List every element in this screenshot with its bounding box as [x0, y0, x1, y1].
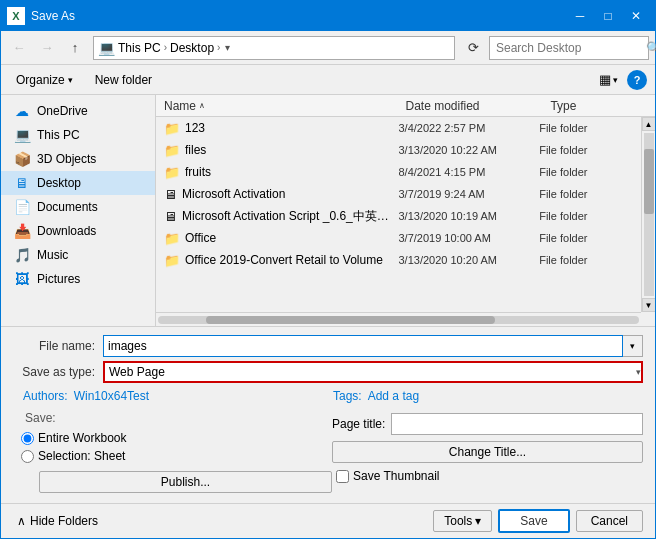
page-title-row: Page title:: [332, 413, 643, 435]
excel-icon: X: [7, 7, 25, 25]
file-list: 📁123 3/4/2022 2:57 PM File folder 📁files…: [156, 117, 641, 312]
sidebar-item-pictures[interactable]: 🖼 Pictures: [1, 267, 155, 291]
scroll-thumb[interactable]: [644, 149, 654, 214]
minimize-button[interactable]: ─: [567, 6, 593, 26]
scroll-up[interactable]: ▲: [642, 117, 656, 131]
sidebar-item-label: Documents: [37, 200, 98, 214]
entire-workbook-row: Entire Workbook: [21, 431, 332, 445]
file-name-row: File name: ▾: [13, 335, 643, 357]
table-row[interactable]: 📁files 3/13/2020 10:22 AM File folder: [156, 139, 641, 161]
change-title-button[interactable]: Change Title...: [332, 441, 643, 463]
hide-folders-arrow: ∧: [17, 514, 26, 528]
search-icon: 🔍: [646, 41, 656, 55]
h-scroll-track: [158, 316, 639, 324]
sidebar-item-label: Music: [37, 248, 68, 262]
footer-right: Tools ▾ Save Cancel: [433, 509, 643, 533]
column-date[interactable]: Date modified: [406, 99, 551, 113]
vertical-scrollbar[interactable]: ▲ ▼: [641, 117, 655, 312]
sidebar-item-label: Pictures: [37, 272, 80, 286]
horizontal-scrollbar[interactable]: [156, 312, 641, 326]
save-type-row: Save as type: Web Page ▾: [13, 361, 643, 383]
sep1: ›: [164, 42, 167, 53]
save-type-label: Save as type:: [13, 365, 103, 379]
save-button[interactable]: Save: [498, 509, 569, 533]
forward-button[interactable]: →: [35, 36, 59, 60]
maximize-button[interactable]: □: [595, 6, 621, 26]
title-bar: X Save As ─ □ ✕: [1, 1, 655, 31]
tags-value[interactable]: Add a tag: [368, 389, 419, 403]
save-type-wrapper: Web Page ▾: [103, 361, 643, 383]
window-title: Save As: [31, 9, 567, 23]
onedrive-icon: ☁: [13, 103, 31, 119]
file-name-dropdown[interactable]: ▾: [623, 335, 643, 357]
column-type[interactable]: Type: [550, 99, 647, 113]
save-thumbnail-row: Save Thumbnail: [332, 469, 643, 483]
file-name-input[interactable]: [103, 335, 623, 357]
tags-section: Tags: Add a tag: [333, 389, 643, 403]
sidebar-item-desktop[interactable]: 🖥 Desktop: [1, 171, 155, 195]
table-row[interactable]: 📁123 3/4/2022 2:57 PM File folder: [156, 117, 641, 139]
sidebar-item-this-pc[interactable]: 💻 This PC: [1, 123, 155, 147]
sidebar-item-label: OneDrive: [37, 104, 88, 118]
help-button[interactable]: ?: [627, 70, 647, 90]
desktop-icon: 🖥: [13, 175, 31, 191]
new-folder-button[interactable]: New folder: [88, 70, 159, 90]
sidebar-item-onedrive[interactable]: ☁ OneDrive: [1, 99, 155, 123]
pictures-icon: 🖼: [13, 271, 31, 287]
folder-icon: 📁: [164, 231, 180, 246]
entire-workbook-radio[interactable]: [21, 432, 34, 445]
crumb-this-pc: This PC: [118, 41, 161, 55]
search-input[interactable]: [496, 41, 646, 55]
sep2: ›: [217, 42, 220, 53]
sidebar-item-downloads[interactable]: 📥 Downloads: [1, 219, 155, 243]
scroll-down[interactable]: ▼: [642, 298, 656, 312]
tools-button[interactable]: Tools ▾: [433, 510, 492, 532]
table-row[interactable]: 📁Office 3/7/2019 10:00 AM File folder: [156, 227, 641, 249]
main-area: ☁ OneDrive 💻 This PC 📦 3D Objects 🖥 Desk…: [1, 95, 655, 326]
page-title-input[interactable]: [391, 413, 643, 435]
folder-icon: 📁: [164, 143, 180, 158]
sidebar: ☁ OneDrive 💻 This PC 📦 3D Objects 🖥 Desk…: [1, 95, 156, 326]
tools-dropdown-arrow: ▾: [475, 514, 481, 528]
view-icon: ▦: [599, 72, 611, 87]
scroll-track: [644, 133, 654, 296]
file-list-header: Name ∧ Date modified Type: [156, 95, 655, 117]
toolbar-right: ▦ ▾ ?: [594, 69, 647, 90]
table-row[interactable]: 📁Office 2019-Convert Retail to Volume 3/…: [156, 249, 641, 271]
sidebar-item-label: Desktop: [37, 176, 81, 190]
selection-sheet-radio[interactable]: [21, 450, 34, 463]
address-dropdown-arrow[interactable]: ▾: [225, 42, 230, 53]
refresh-button[interactable]: ⟳: [461, 36, 485, 60]
column-name[interactable]: Name ∧: [164, 99, 406, 113]
cancel-button[interactable]: Cancel: [576, 510, 643, 532]
save-thumbnail-label: Save Thumbnail: [353, 469, 440, 483]
sidebar-item-label: 3D Objects: [37, 152, 96, 166]
publish-button[interactable]: Publish...: [39, 471, 332, 493]
sidebar-item-3d-objects[interactable]: 📦 3D Objects: [1, 147, 155, 171]
close-button[interactable]: ✕: [623, 6, 649, 26]
save-type-select[interactable]: Web Page: [103, 361, 643, 383]
authors-value[interactable]: Win10x64Test: [74, 389, 149, 403]
sidebar-item-music[interactable]: 🎵 Music: [1, 243, 155, 267]
table-row[interactable]: 🖥Microsoft Activation 3/7/2019 9:24 AM F…: [156, 183, 641, 205]
app-icon: 🖥: [164, 187, 177, 202]
up-button[interactable]: ↑: [63, 36, 87, 60]
sidebar-item-label: This PC: [37, 128, 80, 142]
folder-icon: 📁: [164, 165, 180, 180]
app-icon: 🖥: [164, 209, 177, 224]
selection-sheet-label: Selection: Sheet: [38, 449, 125, 463]
save-thumbnail-checkbox[interactable]: [336, 470, 349, 483]
sidebar-item-documents[interactable]: 📄 Documents: [1, 195, 155, 219]
table-row[interactable]: 🖥Microsoft Activation Script _0.6_中英双语 3…: [156, 205, 641, 227]
table-row[interactable]: 📁fruits 8/4/2021 4:15 PM File folder: [156, 161, 641, 183]
organize-button[interactable]: Organize ▾: [9, 70, 80, 90]
search-box: 🔍: [489, 36, 649, 60]
hide-folders-button[interactable]: ∧ Hide Folders: [13, 512, 102, 530]
bottom-area: File name: ▾ Save as type: Web Page ▾ Au…: [1, 326, 655, 503]
h-scroll-thumb[interactable]: [206, 316, 495, 324]
view-button[interactable]: ▦ ▾: [594, 69, 623, 90]
meta-row: Authors: Win10x64Test Tags: Add a tag: [13, 387, 643, 409]
back-button[interactable]: ←: [7, 36, 31, 60]
window-controls: ─ □ ✕: [567, 6, 649, 26]
nav-toolbar: ← → ↑ 💻 This PC › Desktop › ▾ ⟳ 🔍: [1, 31, 655, 65]
